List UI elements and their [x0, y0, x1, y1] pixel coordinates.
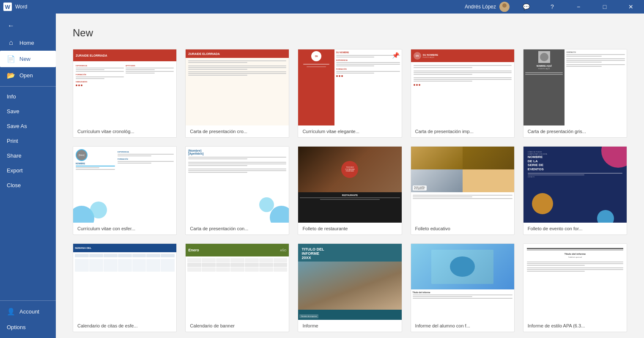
template-preview-cv-cronologico: ZURAIDE ELORRIADA EXPERIENCIA FORMACIÓN … [73, 49, 176, 125]
user-name: Andrés López [465, 4, 496, 10]
sidebar-label-print: Print [7, 138, 18, 144]
template-preview-informe-apa: Título del informe Subtítulo opcional [523, 244, 627, 320]
feedback-button[interactable]: 💬 [516, 0, 536, 14]
app-title: Word [15, 4, 27, 10]
template-card-carta-gris[interactable]: NOMBRE AQUÍ PUESTO AQUÍ CONTACTO [523, 49, 627, 138]
template-label-cv-esferas: Currículum vitae con esfer... [73, 223, 176, 234]
account-icon: 👤 [7, 308, 15, 316]
template-label-restaurante: Folleto de restaurante [298, 223, 401, 234]
main-layout: ← ⌂ Home 📄 New 📂 Open Info Save Sav [0, 14, 644, 338]
sidebar-item-print[interactable]: Print [0, 134, 56, 148]
template-preview-carta-cro: ZURAIDE ELORRIADA [186, 49, 289, 125]
help-button[interactable]: ? [543, 0, 562, 14]
template-preview-informe: TITULO DELINFORME20XX Nombre de empresa [298, 244, 401, 320]
sidebar-label-options: Options [7, 324, 26, 330]
template-preview-evento: CÓMO SE PUEDECOMPLETAR CON ESTA NOMBREDE… [523, 147, 627, 223]
sidebar-label-share: Share [7, 153, 22, 159]
template-preview-carta-imp: SN SU NOMBRE PUESTO AQUÍ [411, 49, 514, 125]
sidebar-item-share[interactable]: Share [0, 148, 56, 163]
sidebar-item-info[interactable]: Info [0, 89, 56, 104]
sidebar-item-save-as[interactable]: Save As [0, 119, 56, 134]
template-preview-informe-alumno: Título del informe [411, 244, 514, 320]
template-card-cv-esferas[interactable]: [foto] NOMBRE EXPERIENCIA FORMACIÓN [73, 146, 177, 235]
sidebar-label-info: Info [7, 93, 16, 100]
template-label-carta-cro: Carta de presentación cro... [186, 125, 289, 137]
user-info: Andrés López [465, 2, 510, 12]
title-bar: W Word Andrés López 💬 ? − □ ✕ [0, 0, 644, 14]
template-card-carta-con[interactable]: [Nombre][Apellidos] Carta de presentació… [185, 146, 289, 235]
sidebar-item-account[interactable]: 👤 Account [0, 303, 56, 320]
template-card-cv-cronologico[interactable]: ZURAIDE ELORRIADA EXPERIENCIA FORMACIÓN … [73, 49, 177, 138]
sidebar-top: ← ⌂ Home 📄 New 📂 Open Info Save Sav [0, 14, 56, 298]
template-preview-semana: SEMANA DEL [73, 244, 176, 320]
svg-point-0 [502, 3, 507, 8]
back-button[interactable]: ← [0, 17, 56, 35]
title-bar-left: W Word [3, 3, 27, 11]
template-preview-carta-con: [Nombre][Apellidos] [186, 147, 289, 223]
template-card-evento[interactable]: CÓMO SE PUEDECOMPLETAR CON ESTA NOMBREDE… [523, 146, 627, 235]
sidebar-label-export: Export [7, 167, 23, 174]
sidebar-item-export[interactable]: Export [0, 163, 56, 178]
template-card-cv-elegante[interactable]: SN SU NOMBRE EXPERIENCIA [298, 49, 402, 138]
template-label-informe-apa: Informe de estilo APA (6.3... [523, 320, 627, 332]
template-label-semana: Calendario de citas de esfe... [73, 320, 176, 332]
template-preview-cv-esferas: [foto] NOMBRE EXPERIENCIA FORMACIÓN [73, 147, 176, 223]
sidebar-bottom: 👤 Account Options [0, 298, 56, 338]
template-label-carta-gris: Carta de presentación gris... [523, 125, 627, 137]
template-label-informe: Informe [298, 320, 401, 332]
maximize-button[interactable]: □ [595, 0, 614, 14]
template-label-carta-con: Carta de presentación con... [186, 223, 289, 234]
sidebar-item-save[interactable]: Save [0, 104, 56, 119]
minimize-button[interactable]: − [569, 0, 588, 14]
template-label-calendario-banner: Calendario de banner [186, 320, 289, 332]
template-card-informe[interactable]: TITULO DELINFORME20XX Nombre de empresa … [298, 243, 402, 332]
back-icon: ← [7, 22, 15, 30]
template-preview-carta-gris: NOMBRE AQUÍ PUESTO AQUÍ CONTACTO [523, 49, 627, 125]
template-grid: ZURAIDE ELORRIADA EXPERIENCIA FORMACIÓN … [73, 49, 627, 332]
template-card-restaurante[interactable]: TOQUE AQUÍ CON PARA MÁS ENCARGADO RESTAU… [298, 146, 402, 235]
template-preview-restaurante: TOQUE AQUÍ CON PARA MÁS ENCARGADO RESTAU… [298, 147, 401, 223]
svg-point-1 [501, 8, 508, 12]
template-label-educativo: Folleto educativo [411, 223, 514, 234]
template-label-cv-elegante: Currículum vitae elegante... [298, 125, 401, 137]
template-preview-cv-elegante: SN SU NOMBRE EXPERIENCIA [298, 49, 401, 125]
home-icon: ⌂ [7, 39, 15, 46]
template-card-calendario-banner[interactable]: Enero AÑO [185, 243, 289, 332]
pin-button-cv-elegante[interactable]: 📌 [392, 52, 399, 59]
sidebar-item-home[interactable]: ⌂ Home [0, 35, 56, 51]
sidebar-label-close: Close [7, 182, 21, 188]
page-title: New [73, 27, 627, 39]
sidebar-label-save-as: Save As [7, 123, 27, 129]
sidebar-label-save: Save [7, 108, 19, 114]
sidebar-label-new: New [19, 56, 30, 62]
content-area: New ZURAIDE ELORRIADA EXPERIENCIA FORMAC… [56, 14, 644, 338]
close-button[interactable]: ✕ [621, 0, 641, 14]
title-bar-right: Andrés López 💬 ? − □ ✕ [465, 0, 641, 14]
sidebar-label-open: Open [19, 72, 33, 79]
sidebar-item-close[interactable]: Close [0, 178, 56, 193]
sidebar-label-home: Home [19, 40, 34, 46]
sidebar: ← ⌂ Home 📄 New 📂 Open Info Save Sav [0, 14, 56, 338]
sidebar-item-open[interactable]: 📂 Open [0, 67, 56, 84]
open-icon: 📂 [7, 71, 15, 79]
template-label-evento: Folleto de evento con for... [523, 223, 627, 234]
template-label-carta-imp: Carta de presentación imp... [411, 125, 514, 137]
word-icon: W [3, 3, 12, 11]
template-card-carta-imp[interactable]: SN SU NOMBRE PUESTO AQUÍ [411, 49, 515, 138]
template-card-informe-alumno[interactable]: Título del informe Informe del alumno co… [411, 243, 515, 332]
template-card-informe-apa[interactable]: Título del informe Subtítulo opcional In… [523, 243, 627, 332]
template-card-semana[interactable]: SEMANA DEL [73, 243, 177, 332]
template-preview-calendario-banner: Enero AÑO [186, 244, 289, 320]
template-card-educativo[interactable]: Nombre y apellidosde la organización Fol… [411, 146, 515, 235]
sidebar-item-new[interactable]: 📄 New [0, 51, 56, 67]
avatar[interactable] [499, 2, 510, 12]
template-label-cv-cronologico: Currículum vitae cronológ... [73, 125, 176, 137]
sidebar-label-account: Account [19, 308, 39, 315]
new-icon: 📄 [7, 55, 15, 63]
template-preview-educativo: Nombre y apellidosde la organización [411, 147, 514, 223]
template-card-carta-cro[interactable]: ZURAIDE ELORRIADA Carta de presentación … [185, 49, 289, 138]
sidebar-item-options[interactable]: Options [0, 320, 56, 335]
template-label-informe-alumno: Informe del alumno con f... [411, 320, 514, 332]
